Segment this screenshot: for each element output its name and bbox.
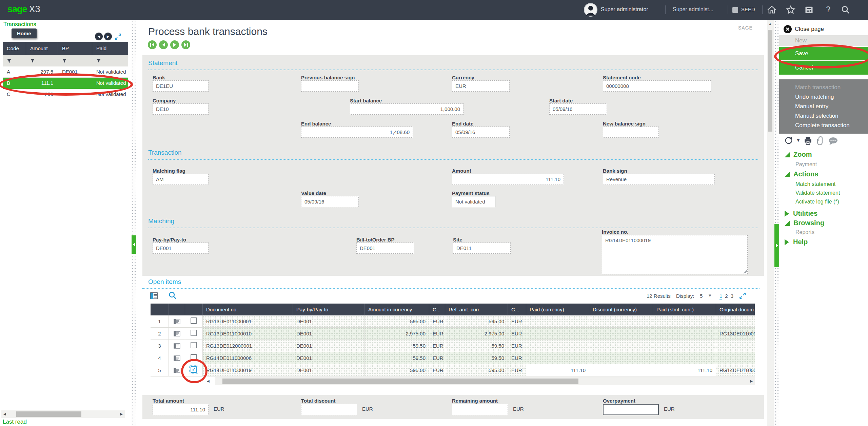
bank-sign-field[interactable]: [603, 174, 715, 185]
cell-pay-by[interactable]: DE001: [293, 340, 365, 352]
cell-currency2[interactable]: EUR: [508, 364, 526, 376]
cell-currency2[interactable]: EUR: [508, 352, 526, 364]
save-button[interactable]: Save: [779, 47, 868, 60]
header-discount[interactable]: Discount (currency): [589, 304, 653, 315]
column-header-amount[interactable]: Amount: [26, 42, 58, 55]
cell-ref-amount[interactable]: 2,975.00: [445, 328, 508, 340]
cell-currency2[interactable]: EUR: [508, 315, 526, 328]
cell-currency2[interactable]: EUR: [508, 340, 526, 352]
company-field[interactable]: [153, 103, 209, 115]
menu-item-match-statement[interactable]: Match statement: [795, 181, 835, 187]
cell-ref-amount[interactable]: 595.00: [445, 364, 508, 376]
attachment-icon[interactable]: [816, 136, 825, 145]
cell-ref-amount[interactable]: 59.50: [445, 340, 508, 352]
cell-paid[interactable]: [526, 352, 589, 364]
header-pay-by[interactable]: Pay-by/Pay-to: [293, 304, 365, 315]
cell-paid-stmt[interactable]: [653, 328, 716, 340]
value-date-field[interactable]: [301, 196, 359, 207]
cell-document-no[interactable]: RG13DE012000001: [203, 340, 293, 352]
cell-currency[interactable]: EUR: [429, 315, 445, 328]
manual-selection-item[interactable]: Manual selection: [795, 111, 868, 121]
refresh-icon[interactable]: [784, 136, 793, 145]
cell-paid-stmt[interactable]: 111.10: [653, 364, 716, 376]
remaining-amount-field[interactable]: [452, 404, 508, 415]
filter-cell[interactable]: [92, 55, 128, 66]
panel-next-button[interactable]: ▶: [104, 33, 112, 40]
scrollbar-thumb[interactable]: [16, 411, 81, 417]
cell-original-doc[interactable]: RG13DE011000: [716, 328, 755, 340]
open-item-row[interactable]: 3 RG13DE012000001 DE001 59.50 EUR 59.50 …: [151, 340, 755, 352]
right-splitter-handle[interactable]: [774, 224, 779, 267]
menu-help[interactable]: Help: [785, 238, 808, 246]
cell-amount[interactable]: 2,975.00: [365, 328, 429, 340]
cell-currency[interactable]: EUR: [429, 352, 445, 364]
cell-discount[interactable]: [589, 328, 653, 340]
complete-transaction-item[interactable]: Complete transaction: [795, 121, 868, 130]
header-document-no[interactable]: Document no.: [203, 304, 293, 315]
display-count-select[interactable]: 5: [700, 293, 703, 299]
end-balance-field[interactable]: [301, 127, 413, 138]
search-icon[interactable]: [841, 5, 850, 15]
page-1[interactable]: 1: [719, 293, 722, 299]
news-icon[interactable]: [804, 5, 814, 15]
column-header-bp[interactable]: BP: [58, 42, 92, 55]
cell-ref-amount[interactable]: 59.50: [445, 352, 508, 364]
left-panel-hscrollbar[interactable]: ◀ ▶: [1, 410, 125, 418]
header-currency2[interactable]: C...: [508, 304, 526, 315]
cell-paid-stmt[interactable]: [653, 340, 716, 352]
header-currency[interactable]: C...: [429, 304, 445, 315]
filter-cell[interactable]: [3, 55, 26, 66]
header-original-doc[interactable]: Original docum...: [716, 304, 755, 315]
header-paid-currency[interactable]: Paid (currency): [526, 304, 589, 315]
cell-original-doc[interactable]: [716, 315, 755, 328]
cell-amount[interactable]: 595.00: [365, 315, 429, 328]
cell-document-no[interactable]: RG13DE011000010: [203, 328, 293, 340]
cell-discount[interactable]: [589, 352, 653, 364]
row-checkbox-checked[interactable]: ✓: [191, 366, 197, 373]
currency-field[interactable]: [452, 80, 510, 92]
cell-paid[interactable]: [526, 328, 589, 340]
column-header-paid[interactable]: Paid: [92, 42, 128, 55]
topbar-username[interactable]: Super administrator: [601, 6, 648, 13]
cell-original-doc[interactable]: [716, 352, 755, 364]
cell-currency[interactable]: EUR: [429, 328, 445, 340]
statement-code-field[interactable]: [603, 80, 711, 92]
help-icon[interactable]: ?: [826, 5, 830, 14]
cell-pay-by[interactable]: DE001: [293, 315, 365, 328]
filter-cell[interactable]: [58, 55, 92, 66]
menu-actions[interactable]: Actions: [785, 170, 818, 178]
last-record-button[interactable]: [181, 40, 190, 49]
row-checkbox[interactable]: [191, 342, 197, 348]
cell-original-doc[interactable]: RG14DE011000: [716, 364, 755, 376]
scroll-right-icon[interactable]: ▶: [120, 412, 123, 416]
resize-grip-icon[interactable]: [743, 270, 747, 273]
next-record-button[interactable]: [170, 40, 179, 49]
left-splitter-handle[interactable]: [132, 235, 136, 254]
cell-paid[interactable]: 111.10: [526, 364, 589, 376]
header-amount-currency[interactable]: Amount in currency: [365, 304, 429, 315]
grid-options-icon[interactable]: [150, 292, 158, 300]
header-paid-stmt[interactable]: Paid (stmt. curr.): [653, 304, 716, 315]
cell-document-no[interactable]: RG14DE011000019: [203, 364, 293, 376]
column-header-code[interactable]: Code: [3, 42, 26, 55]
topbar-endpoint[interactable]: SEED: [741, 6, 755, 12]
scroll-left-icon[interactable]: ◀: [3, 412, 6, 416]
cell-detail[interactable]: [169, 340, 185, 352]
print-icon[interactable]: [804, 136, 812, 145]
home-icon[interactable]: [767, 5, 776, 15]
cell-detail[interactable]: [169, 364, 185, 376]
star-icon[interactable]: [786, 5, 795, 15]
overpayment-field[interactable]: [603, 404, 659, 415]
bill-to-field[interactable]: [356, 243, 414, 254]
page-2[interactable]: 2: [725, 293, 728, 299]
scrollbar-thumb[interactable]: [222, 379, 578, 384]
open-item-row[interactable]: 1 RG13DE011000001 DE001 595.00 EUR 595.0…: [151, 315, 755, 328]
main-vscrollbar[interactable]: ▲: [767, 20, 774, 426]
previous-balance-sign-field[interactable]: [301, 80, 359, 92]
manual-entry-item[interactable]: Manual entry: [795, 102, 868, 111]
open-item-row-selected[interactable]: 5 ✓ RG14DE011000019 DE001 595.00 EUR 595…: [151, 364, 755, 376]
cell-paid-stmt[interactable]: [653, 315, 716, 328]
cancel-button[interactable]: Cancel: [779, 61, 868, 75]
start-balance-field[interactable]: [350, 103, 463, 115]
cell-currency2[interactable]: EUR: [508, 328, 526, 340]
